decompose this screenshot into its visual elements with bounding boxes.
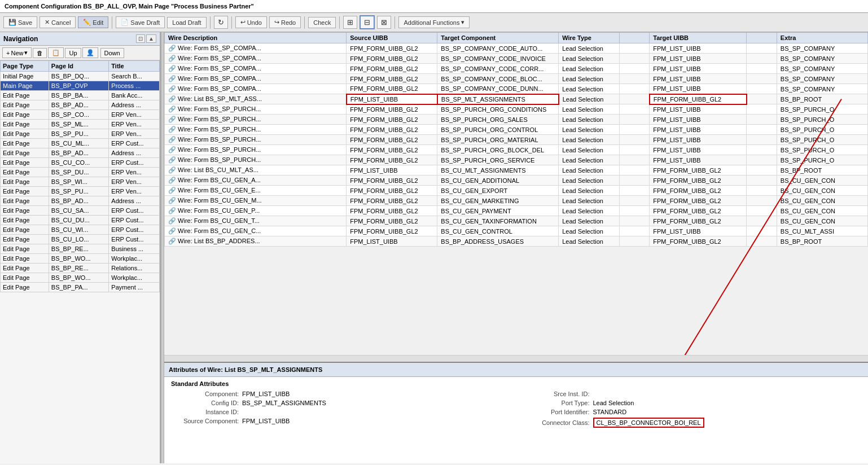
- separator6: [394, 16, 395, 29]
- load-draft-button[interactable]: Load Draft: [167, 17, 206, 28]
- nav-table-row[interactable]: Edit PageBS_BP_RE...Business ...: [1, 244, 160, 254]
- nav-table-row[interactable]: Edit PageBS_CU_SA...ERP Cust...: [1, 206, 160, 216]
- nav-table-row[interactable]: Edit PageBS_CU_LO...ERP Cust...: [1, 235, 160, 244]
- nav-table-row[interactable]: Edit PageBS_BP_BA...Bank Acc...: [1, 91, 160, 100]
- horizontal-scrollbar[interactable]: [164, 355, 868, 362]
- nav-table-row[interactable]: Edit PageBS_SP_ML...ERP Ven...: [1, 120, 160, 129]
- nav-table-row[interactable]: Edit PageBS_BP_AD...Address ...: [1, 196, 160, 206]
- attr-instance-label: Instance ID:: [171, 409, 239, 415]
- nav-maximize-icon[interactable]: ⊡: [136, 34, 145, 43]
- separator3: [231, 16, 232, 29]
- attr-srce-inst-row: Srce Inst. ID:: [522, 391, 862, 397]
- wire-table-row[interactable]: 🔗 Wire: Form BS_SP_PURCH...FPM_FORM_UIBB…: [165, 104, 868, 115]
- nav-table-body: Initial PageBS_BP_DQ...Search B...Main P…: [1, 72, 160, 292]
- attr-port-type-label: Port Type:: [522, 400, 590, 406]
- attr-grid: Component: FPM_LIST_UIBB Config ID: BS_S…: [171, 391, 861, 428]
- wire-table-row[interactable]: 🔗 Wire: List BS_SP_MLT_ASS...FPM_LIST_UI…: [165, 94, 868, 104]
- person-icon: 👤: [86, 49, 94, 56]
- col-page-id[interactable]: Page Id: [49, 61, 108, 72]
- wire-table-row[interactable]: 🔗 Wire: Form BS_CU_GEN_A...FPM_FORM_UIBB…: [165, 176, 868, 186]
- nav-table-container[interactable]: Page Type Page Id Title Initial PageBS_B…: [0, 60, 160, 463]
- edit-icon: ✏️: [83, 19, 91, 26]
- nav-table-row[interactable]: Edit PageBS_BP_RE...Relations...: [1, 264, 160, 273]
- edit-button[interactable]: ✏️ Edit: [78, 16, 108, 28]
- layout-btn-3[interactable]: ⊠: [377, 16, 391, 29]
- nav-table: Page Type Page Id Title Initial PageBS_B…: [0, 60, 160, 292]
- undo-button[interactable]: ↩ Undo: [235, 16, 267, 28]
- attr-component-row: Component: FPM_LIST_UIBB: [171, 391, 511, 397]
- wire-table-row[interactable]: 🔗 Wire: List BS_CU_MLT_AS...FPM_LIST_UIB…: [165, 165, 868, 176]
- wire-col-extra[interactable]: Extra: [777, 33, 867, 43]
- layout-btn-2[interactable]: ⊟: [360, 15, 375, 29]
- save-button[interactable]: 💾 Save: [3, 16, 37, 28]
- attr-srce-inst-label: Srce Inst. ID:: [522, 391, 590, 397]
- wire-table-row[interactable]: 🔗 Wire: Form BS_SP_COMPA...FPM_FORM_UIBB…: [165, 74, 868, 84]
- nav-table-row[interactable]: Edit PageBS_SP_DU...ERP Ven...: [1, 168, 160, 177]
- wire-table: Wire Description Source UIBB Target Comp…: [164, 32, 868, 247]
- nav-table-row[interactable]: Edit PageBS_CU_ML...ERP Cust...: [1, 139, 160, 148]
- wire-table-row[interactable]: 🔗 Wire: Form BS_SP_PURCH...FPM_FORM_UIBB…: [165, 135, 868, 145]
- nav-toolbar: + New ▾ 🗑 📋 Up 👤 Down: [0, 46, 160, 60]
- wire-table-row[interactable]: 🔗 Wire: Form BS_CU_GEN_E...FPM_FORM_UIBB…: [165, 186, 868, 196]
- wire-table-area[interactable]: Wire Description Source UIBB Target Comp…: [164, 32, 868, 355]
- wire-table-row[interactable]: 🔗 Wire: Form BS_SP_PURCH...FPM_FORM_UIBB…: [165, 115, 868, 125]
- attr-config-row: Config ID: BS_SP_MLT_ASSIGNMENTS: [171, 400, 511, 406]
- nav-table-row[interactable]: Edit PageBS_SP_CO...ERP Ven...: [1, 110, 160, 120]
- col-title[interactable]: Title: [109, 61, 160, 72]
- wire-table-row[interactable]: 🔗 Wire: Form BS_SP_PURCH...FPM_FORM_UIBB…: [165, 155, 868, 165]
- layout-btn-1[interactable]: ⊞: [343, 16, 357, 29]
- check-button[interactable]: Check: [308, 17, 336, 28]
- attr-source-comp-value: FPM_LIST_UIBB: [242, 418, 290, 424]
- copy-icon: 📋: [52, 49, 60, 56]
- right-panel: Wire Description Source UIBB Target Comp…: [164, 32, 868, 463]
- wire-table-row[interactable]: 🔗 Wire: Form BS_SP_COMPA...FPM_FORM_UIBB…: [165, 54, 868, 64]
- col-page-type[interactable]: Page Type: [1, 61, 49, 72]
- nav-title: Navigation: [3, 35, 38, 43]
- wire-col-icon[interactable]: Wire Description: [165, 33, 347, 43]
- person-icon-button[interactable]: 👤: [82, 47, 98, 58]
- nav-table-row[interactable]: Edit PageBS_SP_PU...ERP Ven...: [1, 187, 160, 196]
- wire-table-row[interactable]: 🔗 Wire: Form BS_SP_PURCH...FPM_FORM_UIBB…: [165, 125, 868, 135]
- redo-icon: ↪: [274, 19, 279, 26]
- wire-col-wire-type[interactable]: Wire Type: [559, 33, 619, 43]
- separator4: [304, 16, 305, 29]
- additional-functions-button[interactable]: Additional Functions ▾: [398, 16, 470, 28]
- nav-table-row[interactable]: Edit PageBS_BP_PA...Payment ...: [1, 283, 160, 292]
- save-draft-button[interactable]: 📄 Save Draft: [116, 16, 165, 28]
- copy-button[interactable]: 📋: [48, 47, 64, 58]
- nav-table-row[interactable]: Edit PageBS_BP_WO...Workplac...: [1, 273, 160, 283]
- wire-table-row[interactable]: 🔗 Wire: Form BS_CU_GEN_C...FPM_FORM_UIBB…: [165, 226, 868, 236]
- nav-table-row[interactable]: Edit PageBS_BP_AD...Address ...: [1, 100, 160, 110]
- nav-table-row[interactable]: Edit PageBS_CU_DU...ERP Cust...: [1, 216, 160, 225]
- up-button[interactable]: Up: [65, 48, 81, 58]
- wire-table-row[interactable]: 🔗 Wire: List BS_BP_ADDRES...FPM_LIST_UIB…: [165, 236, 868, 247]
- wire-table-row[interactable]: 🔗 Wire: Form BS_SP_COMPA...FPM_FORM_UIBB…: [165, 84, 868, 94]
- nav-table-row[interactable]: Edit PageBS_SP_PU...ERP Ven...: [1, 129, 160, 139]
- wire-table-row[interactable]: 🔗 Wire: Form BS_CU_GEN_M...FPM_FORM_UIBB…: [165, 196, 868, 206]
- wire-table-row[interactable]: 🔗 Wire: Form BS_SP_COMPA...FPM_FORM_UIBB…: [165, 43, 868, 54]
- wire-col-src-uibb[interactable]: Source UIBB: [347, 33, 437, 43]
- redo-button[interactable]: ↪ Redo: [269, 16, 301, 28]
- nav-table-row[interactable]: Edit PageBS_SP_WI...ERP Ven...: [1, 177, 160, 187]
- nav-table-row[interactable]: Edit PageBS_BP_AD...Address ...: [1, 148, 160, 158]
- nav-table-row[interactable]: Initial PageBS_BP_DQ...Search B...: [1, 72, 160, 81]
- nav-table-row[interactable]: Main PageBS_BP_OVPProcess ...: [1, 81, 160, 91]
- down-button[interactable]: Down: [100, 48, 124, 58]
- toolbar: 💾 Save ✕ Cancel ✏️ Edit 📄 Save Draft Loa…: [0, 13, 868, 32]
- delete-button[interactable]: 🗑: [33, 48, 47, 58]
- title-bar: Component Configuration BS_BP_ALL_OVP, M…: [0, 0, 868, 13]
- navigation-panel: Navigation ⊡ ▲ + New ▾ 🗑 📋 Up 👤: [0, 32, 161, 463]
- nav-collapse-icon[interactable]: ▲: [146, 34, 156, 43]
- wire-table-row[interactable]: 🔗 Wire: Form BS_SP_PURCH...FPM_FORM_UIBB…: [165, 145, 868, 155]
- new-button[interactable]: + New ▾: [2, 47, 32, 58]
- nav-table-row[interactable]: Edit PageBS_CU_CO...ERP Cust...: [1, 158, 160, 168]
- wire-col-target-uibb[interactable]: Target UIBB: [650, 33, 747, 43]
- cancel-button[interactable]: ✕ Cancel: [40, 16, 76, 28]
- wire-table-row[interactable]: 🔗 Wire: Form BS_SP_COMPA...FPM_FORM_UIBB…: [165, 64, 868, 74]
- nav-table-row[interactable]: Edit PageBS_CU_WI...ERP Cust...: [1, 225, 160, 235]
- wire-col-target-comp[interactable]: Target Component: [437, 33, 559, 43]
- wire-table-row[interactable]: 🔗 Wire: Form BS_CU_GEN_P...FPM_FORM_UIBB…: [165, 206, 868, 216]
- nav-table-row[interactable]: Edit PageBS_BP_WO...Workplac...: [1, 254, 160, 264]
- wire-table-row[interactable]: 🔗 Wire: Form BS_CU_GEN_T...FPM_FORM_UIBB…: [165, 216, 868, 226]
- refresh-button[interactable]: ↻: [214, 16, 228, 29]
